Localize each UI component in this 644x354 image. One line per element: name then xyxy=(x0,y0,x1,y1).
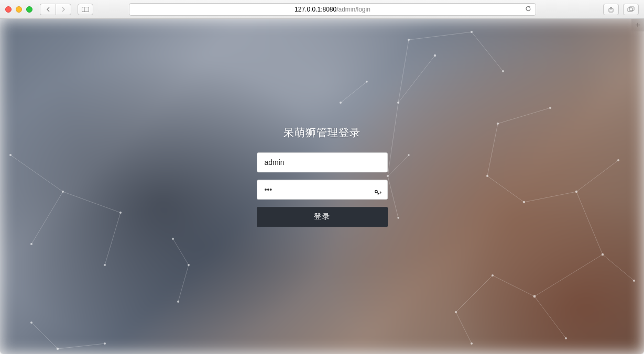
url-path: /admin/login xyxy=(336,6,370,13)
svg-point-43 xyxy=(486,175,488,177)
svg-point-50 xyxy=(455,311,457,313)
svg-line-6 xyxy=(472,32,503,71)
svg-line-12 xyxy=(498,108,550,124)
svg-point-49 xyxy=(492,274,494,276)
svg-point-61 xyxy=(177,301,179,303)
svg-point-39 xyxy=(408,154,410,156)
svg-line-32 xyxy=(341,82,367,103)
svg-line-30 xyxy=(31,323,58,349)
svg-point-44 xyxy=(523,201,525,203)
back-button[interactable] xyxy=(40,4,56,15)
svg-point-35 xyxy=(502,70,504,72)
svg-point-48 xyxy=(533,295,536,297)
svg-point-55 xyxy=(62,191,64,193)
svg-line-10 xyxy=(388,155,409,176)
svg-rect-3 xyxy=(628,8,632,12)
svg-line-31 xyxy=(58,344,105,349)
svg-line-21 xyxy=(456,312,472,344)
svg-point-41 xyxy=(497,123,499,125)
svg-point-65 xyxy=(340,102,342,104)
svg-point-58 xyxy=(104,264,106,266)
svg-point-51 xyxy=(471,342,473,345)
svg-line-26 xyxy=(63,192,121,213)
nav-back-forward xyxy=(40,4,71,15)
close-window-icon[interactable] xyxy=(5,6,12,13)
share-button[interactable] xyxy=(603,4,619,15)
svg-line-27 xyxy=(105,213,121,265)
svg-rect-4 xyxy=(629,7,634,10)
svg-line-19 xyxy=(493,275,534,296)
svg-point-56 xyxy=(30,243,32,245)
login-form: 呆萌狮管理登录 登录 xyxy=(254,126,390,227)
password-input[interactable] xyxy=(257,180,388,200)
svg-line-24 xyxy=(10,155,63,192)
svg-line-13 xyxy=(487,124,498,176)
svg-line-18 xyxy=(534,255,603,296)
svg-line-20 xyxy=(456,275,493,312)
svg-line-29 xyxy=(178,265,189,302)
svg-point-40 xyxy=(398,217,399,219)
forward-button[interactable] xyxy=(56,4,71,15)
svg-line-15 xyxy=(524,192,576,202)
svg-line-5 xyxy=(409,32,472,40)
svg-point-47 xyxy=(602,253,604,256)
svg-point-52 xyxy=(565,337,567,339)
svg-line-14 xyxy=(487,176,524,202)
svg-point-57 xyxy=(119,212,122,214)
svg-line-23 xyxy=(603,255,634,281)
username-input[interactable] xyxy=(257,152,388,172)
svg-line-8 xyxy=(398,56,435,103)
svg-line-16 xyxy=(576,160,618,192)
svg-point-33 xyxy=(408,39,410,41)
url-host: 127.0.0.1:8080 xyxy=(294,6,336,13)
svg-point-63 xyxy=(57,348,59,350)
maximize-window-icon[interactable] xyxy=(26,6,32,13)
svg-line-28 xyxy=(173,239,189,265)
login-title: 呆萌狮管理登录 xyxy=(283,126,361,140)
tabs-button[interactable] xyxy=(623,4,639,15)
svg-point-42 xyxy=(549,107,551,109)
svg-line-17 xyxy=(576,192,603,255)
svg-point-36 xyxy=(397,102,399,104)
svg-point-66 xyxy=(366,81,368,83)
window-controls xyxy=(5,6,32,13)
svg-point-53 xyxy=(633,280,635,282)
minimize-window-icon[interactable] xyxy=(16,6,22,13)
svg-point-64 xyxy=(104,342,106,345)
login-button[interactable]: 登录 xyxy=(257,207,388,227)
toolbar-right xyxy=(603,4,639,15)
svg-line-22 xyxy=(534,296,566,338)
sidebar-toggle-button[interactable] xyxy=(78,4,93,15)
svg-point-59 xyxy=(172,238,174,240)
svg-point-54 xyxy=(9,154,12,156)
svg-point-34 xyxy=(471,31,473,33)
page-viewport: 呆萌狮管理登录 登录 xyxy=(0,19,644,354)
svg-line-25 xyxy=(31,192,63,244)
svg-point-62 xyxy=(30,322,32,324)
svg-point-60 xyxy=(188,264,190,266)
svg-point-46 xyxy=(617,159,619,161)
reload-icon[interactable] xyxy=(525,5,531,13)
svg-line-7 xyxy=(398,40,409,103)
svg-point-45 xyxy=(575,191,577,193)
browser-toolbar: 127.0.0.1:8080/admin/login xyxy=(0,0,644,19)
address-bar[interactable]: 127.0.0.1:8080/admin/login xyxy=(129,3,536,16)
svg-rect-0 xyxy=(82,7,89,12)
svg-point-37 xyxy=(434,54,436,57)
